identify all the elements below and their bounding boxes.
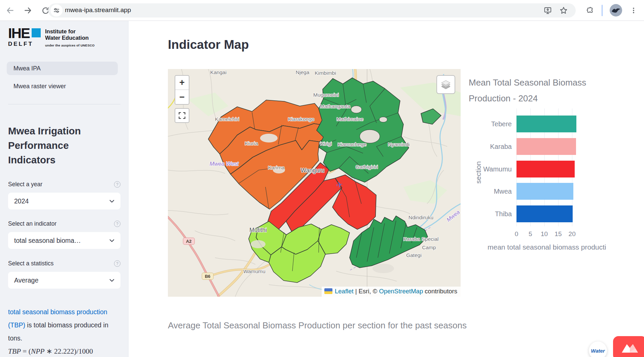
bar-wamumu: [516, 161, 575, 177]
indicator-label-row: Select an indicator ?: [8, 220, 120, 227]
logo-institute-line1: Institute for: [45, 28, 109, 35]
logo-blue-square: [32, 28, 41, 37]
category-label: Tebere: [471, 120, 512, 128]
bar-chart[interactable]: Mean Total Seasonal Biomass Production -…: [469, 75, 644, 263]
forward-icon[interactable]: [23, 5, 33, 15]
chevron-down-icon: [109, 237, 115, 244]
tbp-formula: TBP = (NPP ∗ 22.222)/1000: [8, 347, 93, 356]
indicator-select-value: total seasonal bioma…: [14, 237, 81, 245]
year-select[interactable]: 2024: [8, 193, 120, 209]
profile-avatar[interactable]: [610, 4, 622, 17]
category-label: Mwea: [471, 188, 512, 195]
statistics-label-row: Select a statistics ?: [8, 260, 120, 267]
statistics-select-value: Average: [14, 277, 38, 284]
indicator-description: total seasonal biomass production (TBP) …: [8, 305, 114, 345]
main-content: Indicator Map: [129, 21, 644, 357]
road-badge: B6: [202, 273, 214, 280]
streamlit-badge[interactable]: [613, 336, 644, 357]
chart-caption: Average Total Seasonal Biomass Productio…: [168, 317, 488, 333]
map-attribution: Leaflet | Esri, © OpenStreetMap contribu…: [322, 287, 461, 297]
ihe-delft-logo: IHE DELFT Institute for Water Education …: [8, 28, 109, 47]
sidebar: IHE DELFT Institute for Water Education …: [0, 21, 129, 357]
extensions-icon[interactable]: [585, 5, 595, 15]
category-label: Thiba: [471, 210, 512, 218]
sidebar-heading: Mwea Irrigation Performance Indicators: [8, 124, 106, 167]
bar-karaba: [516, 138, 576, 155]
indicator-select[interactable]: total seasonal bioma…: [8, 232, 120, 249]
help-icon[interactable]: ?: [114, 221, 120, 227]
year-select-value: 2024: [14, 197, 29, 205]
chevron-down-icon: [109, 277, 115, 284]
x-tick-label: 20: [569, 230, 576, 238]
y-axis-title: section: [474, 161, 482, 184]
streamlit-crown-icon: [621, 343, 639, 354]
menu-kebab-icon[interactable]: [629, 5, 639, 15]
sidebar-item-mwea-ipa[interactable]: Mwea IPA: [7, 62, 118, 75]
year-label: Select a year: [8, 181, 42, 188]
x-tick-label: 5: [529, 230, 532, 238]
layers-control[interactable]: [436, 75, 455, 94]
year-label-row: Select a year ?: [8, 181, 120, 188]
sidebar-item-mwea-raster-viewer[interactable]: Mwea raster viewer: [7, 79, 118, 93]
road-badge: A2: [183, 238, 195, 245]
ukraine-flag-icon: [324, 288, 332, 294]
layers-icon: [440, 79, 452, 90]
address-bar[interactable]: mwea-ipa.streamlit.app: [48, 3, 576, 18]
chart-title: Mean Total Seasonal Biomass Production -…: [469, 75, 607, 106]
attribution-text: | Esri, ©: [354, 288, 379, 295]
nav-label: Mwea raster viewer: [13, 83, 66, 90]
openstreetmap-link[interactable]: OpenStreetMap: [379, 288, 423, 295]
site-settings-icon[interactable]: [50, 4, 63, 17]
category-label: Karaba: [471, 143, 512, 151]
help-icon[interactable]: ?: [114, 260, 120, 267]
statistics-select[interactable]: Average: [8, 272, 120, 289]
help-icon[interactable]: ?: [114, 181, 120, 188]
zoom-control: + −: [175, 75, 189, 105]
zoom-out-button[interactable]: −: [175, 90, 189, 104]
url-text[interactable]: mwea-ipa.streamlit.app: [65, 6, 131, 14]
x-tick-label: 0: [515, 230, 518, 238]
fullscreen-button[interactable]: [175, 108, 189, 123]
browser-chrome: mwea-ipa.streamlit.app: [0, 0, 644, 21]
logo-acronym: IHE: [8, 28, 30, 39]
bar-thiba: [516, 205, 573, 222]
logo-tagline: under the auspices of UNESCO: [45, 43, 109, 47]
x-tick-label: 15: [554, 230, 562, 238]
x-axis-title: mean total seasonal biomass producti: [488, 243, 606, 251]
nav-label: Mwea IPA: [13, 65, 41, 72]
bar-tebere: [516, 116, 576, 132]
x-tick-label: 10: [541, 230, 548, 238]
back-icon[interactable]: [5, 5, 15, 15]
leaflet-link[interactable]: Leaflet: [335, 288, 354, 295]
logo-institute-line2: Water Education: [45, 35, 109, 41]
zoom-in-button[interactable]: +: [175, 76, 189, 90]
bar-mwea: [516, 183, 573, 200]
sidebar-divider: [8, 104, 120, 104]
leaflet-map[interactable]: KangaiNjegaKimbimbiMugumoiniMathangautaM…: [168, 69, 461, 297]
chevron-down-icon: [109, 198, 115, 204]
toolbar-separator: [602, 5, 603, 16]
map-canvas: [168, 69, 461, 297]
page-title: Indicator Map: [168, 38, 249, 52]
install-app-icon[interactable]: [543, 6, 552, 15]
statistics-label: Select a statistics: [8, 260, 53, 267]
indicator-label: Select an indicator: [8, 220, 57, 227]
attribution-text: contributors: [423, 288, 457, 295]
water-logo-text: Water: [591, 348, 605, 354]
bookmark-star-icon[interactable]: [559, 6, 568, 15]
water-logo[interactable]: Water: [589, 342, 607, 357]
